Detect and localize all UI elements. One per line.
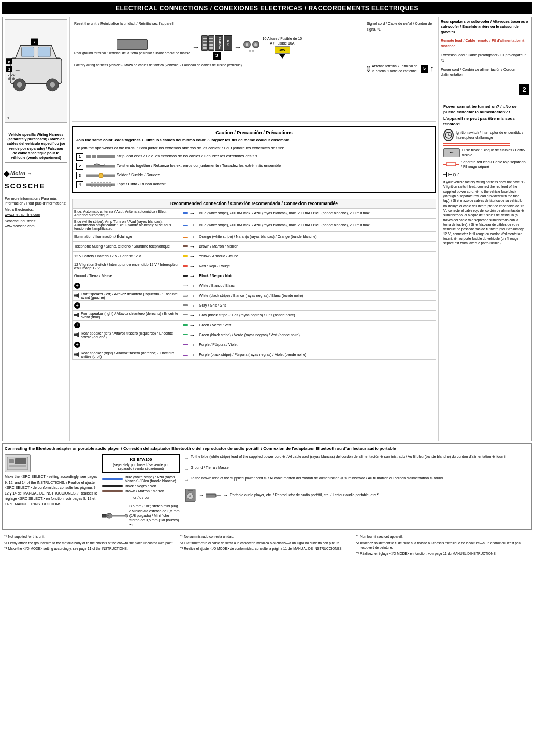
row-value-blue-stripe: Blue (white stripe), 200 mA max. / Azul …: [197, 218, 436, 231]
wiring-harness-label: Vehicle-specific Wiring Harness (separat…: [5, 130, 67, 163]
footer-english: *1 Not supplied for this unit. *2 Firmly…: [4, 534, 178, 556]
row-wire-purple: →: [181, 340, 197, 350]
item2-num: 2: [519, 84, 529, 95]
row-value-fr: Gray (black stripe) / Gris (rayas negras…: [197, 310, 436, 320]
metra-logo: Metra: [10, 170, 25, 178]
table-row: + → Gray / Gris / Gris: [73, 300, 436, 310]
item5-num: 5: [421, 65, 428, 73]
right-sidebar: Rear speakers or subwoofer / Altavoces t…: [438, 17, 531, 441]
bt-wire-brown: Brown / Marrón / Marron: [102, 489, 180, 493]
bt-wire-black: Black / Negro / Noir: [102, 484, 180, 488]
brand-logos: Metra → SCOSCHE: [5, 170, 67, 190]
fuse-block-label: ▪▪▪▪ Fuse block / Bloque de fusibles / P…: [443, 148, 527, 158]
connector-row: Rear ground terminal / Terminal de la ti…: [74, 35, 434, 60]
harness-antenna-labels: Factory wiring harness (vehicle) / Mazo …: [74, 63, 434, 75]
caution-title: Caution / Precaución / Précautions: [76, 130, 432, 135]
row-label-white-plus: +: [73, 281, 181, 290]
svg-text:6: 6: [8, 60, 11, 64]
svg-rect-36: [9, 465, 26, 467]
ignition-switch-img: [443, 129, 454, 141]
row-value-ign: Red / Rojo / Rouge: [197, 261, 436, 271]
portable-player-icon: [184, 489, 197, 502]
right-top-labels: Rear speakers or subwoofer / Altavoces t…: [441, 19, 529, 77]
footnote-fr-1: *1 Non fourni avec cet appareil.: [356, 534, 530, 539]
antenna-label: Antenna terminal / Terminal de la antena…: [367, 63, 434, 75]
rec-conn-header: Recommended connection / Conexión recome…: [72, 199, 436, 208]
footnote-fr-2: *2 Attachez solidement le fil de mise à …: [356, 541, 530, 550]
antenna-circle: [367, 66, 370, 72]
bt-right-text: → To the blue (white stripe) lead of the…: [184, 454, 529, 527]
row-wire-blue: →: [181, 208, 197, 218]
page: ELECTRICAL CONNECTIONS / CONEXIONES ELEC…: [0, 0, 534, 560]
caution-step-3: 3 Solder / Suelde / Soudez: [76, 172, 432, 179]
table-row: Illumination / Iluminación / Éclairage →…: [73, 231, 436, 241]
extension-lead-label: Extension lead / Cable prolongador / Fil…: [441, 53, 529, 63]
row-label-fr: Front speaker (right) / Altavoz delanter…: [73, 310, 181, 320]
main-header: ELECTRICAL CONNECTIONS / CONEXIONES ELEC…: [2, 2, 532, 14]
table-row: Front speaker (right) / Altavoz delanter…: [73, 310, 436, 320]
signal-cord-label: Signal cord / Cable de señal / Cordon de…: [367, 21, 434, 32]
separate-red-label: Separate red lead / Cable rojo separado …: [443, 159, 527, 170]
portable-player-row: → → Portable audio player, etc. / Reprod…: [184, 489, 529, 502]
bluetooth-center-box: KS-BTA100 (separately purchased / se ven…: [102, 454, 180, 527]
plus-icon-1: +: [74, 283, 80, 289]
bluetooth-row: Make the <SRC SELECT> setting accordingl…: [5, 454, 529, 527]
power-cannot-long-text: If your vehicle factory wiring harness d…: [443, 180, 527, 245]
row-wire-ign: →: [181, 261, 197, 271]
svg-text:⊖ ⊕: ⊖ ⊕: [8, 77, 15, 80]
svg-text:1: 1: [8, 67, 11, 72]
speaker-icon-rl: [74, 332, 79, 338]
table-row: Telephone Muting / Silenc. teléfono / So…: [73, 241, 436, 251]
plus-icon-3: +: [74, 322, 80, 328]
table-row: Blue: Automatic antenna / Azul: Antena a…: [73, 208, 436, 218]
step4-circle: 4: [76, 181, 83, 188]
row-value-gray: Gray / Gris / Gris: [197, 300, 436, 310]
fuse-section: 10 A fuse / Fusible de 10 A / Fusible 10…: [262, 36, 303, 59]
row-label-rl: Rear speaker (left) / Altavoz trasero (i…: [73, 330, 181, 340]
bluetooth-title: Connecting the Bluetooth adapter or port…: [5, 446, 529, 452]
row-wire-ground: →: [181, 271, 197, 281]
row-label-blue: Blue: Automatic antenna / Azul: Antena a…: [73, 208, 181, 218]
table-row: + → Purple / Púrpura / Violet: [73, 340, 436, 350]
bt-wire-section: Blue (white stripe) / Azul (rayas blanca…: [102, 475, 180, 527]
footnote-en-2: *2 Firmly attach the ground wire to the …: [4, 541, 178, 545]
row-value-rr: Purple (black stripe) / Púrpura (rayas n…: [197, 350, 436, 359]
speaker-icon-rr: [74, 352, 79, 357]
resistor-symbol: [443, 162, 459, 167]
or-label: — or / o / ou —: [102, 496, 180, 499]
item3-num: 3: [213, 52, 221, 60]
caution-steps: 1 Strip lead ends / Pele los extremos de…: [76, 153, 432, 188]
factory-harness-label: Factory wiring harness (vehicle) / Mazo …: [74, 63, 363, 75]
table-row: Rear speaker (right) / Altavoz trasero (…: [73, 350, 436, 359]
svg-text:-12V: -12V: [8, 73, 16, 77]
footnote-fr-3: *3 Réalisez le réglage <I/O MODE> en fon…: [356, 551, 530, 556]
row-value-green: Green / Verde / Vert: [197, 320, 436, 330]
step1-circle: 1: [76, 153, 83, 161]
page-footer: *1 Not supplied for this unit. *2 Firmly…: [2, 532, 532, 557]
footer-spanish: *1 No suministrado con esta unidad. *2 F…: [180, 534, 354, 556]
row-value-fl: White (black stripe) / Blanco (rayas neg…: [197, 290, 436, 300]
svg-rect-46: [206, 494, 216, 497]
bt-right-label-2: → Ground / Tierra / Masse: [184, 465, 529, 473]
bluetooth-section: Connecting the Bluetooth adapter or port…: [2, 443, 532, 530]
rec-conn-tbody: Blue: Automatic antenna / Azul: Antena a…: [73, 208, 436, 359]
row-label-rr: Rear speaker (right) / Altavoz trasero (…: [73, 350, 181, 359]
output-connector: [206, 492, 221, 499]
row-value-blue: Blue (white stripe), 200 mA max. / Azul …: [197, 208, 436, 218]
svg-point-21: [99, 173, 103, 178]
row-wire-illum: →: [181, 231, 197, 241]
row-value-illum: Orange (white stripe) / Naranja (rayas b…: [197, 231, 436, 241]
row-wire-white: →: [181, 281, 197, 290]
scosche-logo: SCOSCHE: [5, 182, 45, 190]
rec-conn-section: Recommended connection / Conexión recome…: [72, 199, 436, 360]
sidebar-info: For more information / Para más informac…: [5, 196, 67, 229]
caution-step-2: 2 Twist ends together / Retuerza los ext…: [76, 163, 432, 170]
unit-diagram: [5, 454, 31, 472]
plug-icon-area: [102, 512, 128, 519]
step1-text: Strip lead ends / Pele los extremos de l…: [117, 154, 257, 159]
diagram-section: 1 6 7 -12V ⊖ ⊕ 4: [2, 17, 532, 441]
table-row: 12 V Ignition Switch / Interruptor de en…: [73, 261, 436, 271]
caution-intro2: To join the open-ends of the leads: / Pa…: [76, 145, 432, 151]
rear-speakers-label: Rear speakers or subwoofer / Altavoces t…: [441, 19, 529, 34]
left-sidebar: 1 6 7 -12V ⊖ ⊕ 4: [3, 17, 70, 441]
